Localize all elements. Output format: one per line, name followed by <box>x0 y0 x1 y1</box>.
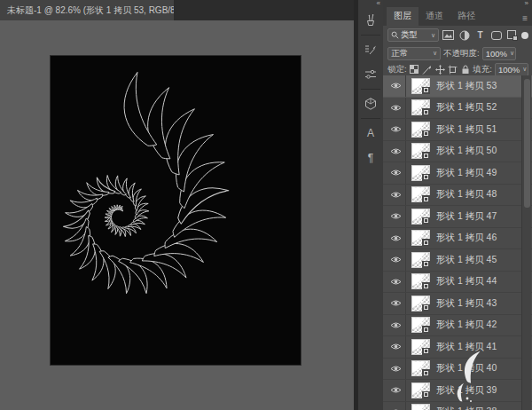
blend-mode-value: 正常 <box>391 48 408 59</box>
layer-row[interactable]: 形状 1 拷贝 53 <box>383 75 532 98</box>
tab-channels[interactable]: 通道 <box>419 7 450 26</box>
layer-thumbnail[interactable] <box>411 78 430 94</box>
layer-thumbnail[interactable] <box>411 339 430 355</box>
visibility-toggle[interactable] <box>387 119 406 140</box>
layers-scrollbar[interactable] <box>521 75 531 410</box>
layer-thumbnail[interactable] <box>411 186 430 202</box>
visibility-toggle[interactable] <box>387 228 406 249</box>
character-panel-button[interactable]: A <box>360 122 381 144</box>
eye-icon <box>390 365 402 373</box>
layer-thumbnail[interactable] <box>411 230 430 246</box>
layer-row[interactable]: 形状 1 拷贝 45 <box>383 249 532 272</box>
layer-thumbnail[interactable] <box>411 165 430 181</box>
dock-separator <box>361 118 380 119</box>
paragraph-panel-button[interactable]: ¶ <box>360 147 381 169</box>
layer-row[interactable]: 形状 1 拷贝 41 <box>383 336 532 359</box>
brushes-icon <box>364 13 378 28</box>
properties-panel-button[interactable] <box>360 64 381 85</box>
filter-pixel-layers-button[interactable] <box>442 28 455 42</box>
canvas[interactable] <box>51 56 301 365</box>
layer-row[interactable]: 形状 1 拷贝 39 <box>383 380 532 402</box>
layer-thumbnail[interactable] <box>411 99 430 115</box>
shape-layer-badge <box>422 239 430 246</box>
layer-row[interactable]: 形状 1 拷贝 52 <box>383 98 532 120</box>
layer-thumbnail[interactable] <box>411 404 430 410</box>
visibility-toggle[interactable] <box>387 359 406 380</box>
layer-thumbnail[interactable] <box>411 360 430 376</box>
layers-panel: » 图层 通道 路径 ≡ 类型 ∨ <box>383 0 532 410</box>
visibility-toggle[interactable] <box>387 336 406 358</box>
eye-icon <box>390 321 402 329</box>
visibility-toggle[interactable] <box>387 75 406 97</box>
document-tab[interactable]: 未标题-1 @ 82.6% (形状 1 拷贝 53, RGB/8#) * × <box>0 0 174 20</box>
visibility-toggle[interactable] <box>387 141 406 162</box>
visibility-toggle[interactable] <box>387 249 406 271</box>
filter-kind-dropdown[interactable]: 类型 ∨ <box>387 28 439 42</box>
visibility-toggle[interactable] <box>387 98 406 119</box>
brush-settings-panel-button[interactable] <box>360 39 381 60</box>
scrollbar-thumb[interactable] <box>524 79 530 208</box>
tab-layers[interactable]: 图层 <box>387 7 419 26</box>
layer-thumbnail[interactable] <box>411 143 430 159</box>
filter-toggle-icon[interactable] <box>521 32 528 39</box>
shape-layer-badge <box>422 282 430 289</box>
layer-thumbnail[interactable] <box>411 273 430 289</box>
visibility-toggle[interactable] <box>387 402 406 410</box>
lock-image-pixels-button[interactable] <box>422 64 432 75</box>
blend-mode-dropdown[interactable]: 正常 ∨ <box>387 47 441 60</box>
type-layers-icon: T <box>477 31 482 40</box>
opacity-dropdown[interactable]: 100% ∨ <box>482 47 516 60</box>
layer-name: 形状 1 拷贝 47 <box>436 210 497 223</box>
filter-smart-objects-button[interactable] <box>505 28 519 42</box>
lock-all-button[interactable] <box>460 64 470 75</box>
visibility-toggle[interactable] <box>387 206 406 227</box>
lock-icon <box>461 65 470 75</box>
layer-row[interactable]: 形状 1 拷贝 46 <box>383 228 532 250</box>
shape-layer-badge <box>422 326 430 333</box>
lock-label: 锁定: <box>387 64 407 75</box>
tab-paths[interactable]: 路径 <box>450 7 482 26</box>
chevron-down-icon: ∨ <box>428 32 435 39</box>
layer-name: 形状 1 拷贝 39 <box>436 384 497 397</box>
layer-row[interactable]: 形状 1 拷贝 51 <box>383 119 532 141</box>
sliders-icon <box>364 67 378 82</box>
layer-row[interactable]: 形状 1 拷贝 48 <box>383 185 532 207</box>
visibility-toggle[interactable] <box>387 315 406 336</box>
lock-artboard-button[interactable] <box>448 64 458 75</box>
layer-row[interactable]: 形状 1 拷贝 38 <box>383 402 532 410</box>
layer-thumbnail[interactable] <box>411 252 430 268</box>
brushes-panel-button[interactable] <box>360 10 381 31</box>
lock-transparent-pixels-button[interactable] <box>410 64 419 75</box>
layer-row[interactable]: 形状 1 拷贝 47 <box>383 206 532 228</box>
layer-thumbnail[interactable] <box>411 296 430 311</box>
expand-dock-icon[interactable]: « <box>358 0 383 8</box>
smart-objects-icon <box>507 30 518 41</box>
layer-row[interactable]: 形状 1 拷贝 40 <box>383 359 532 381</box>
filter-type-layers-button[interactable]: T <box>473 28 487 42</box>
layer-row[interactable]: 形状 1 拷贝 44 <box>383 272 532 294</box>
layer-name: 形状 1 拷贝 50 <box>436 145 497 157</box>
eye-icon <box>390 82 402 90</box>
layer-row[interactable]: 形状 1 拷贝 43 <box>383 293 532 315</box>
visibility-toggle[interactable] <box>387 272 406 293</box>
layer-thumbnail[interactable] <box>411 382 430 398</box>
panel-menu-icon[interactable]: ≡ <box>522 13 532 26</box>
fill-dropdown[interactable]: 100% ∨ <box>495 63 528 76</box>
layer-row[interactable]: 形状 1 拷贝 50 <box>383 141 532 163</box>
shape-layer-badge <box>422 152 430 159</box>
visibility-toggle[interactable] <box>387 185 406 206</box>
lock-position-button[interactable] <box>434 64 444 75</box>
filter-shape-layers-button[interactable] <box>489 28 503 42</box>
dock-separator <box>361 89 380 90</box>
layer-thumbnail[interactable] <box>411 209 430 225</box>
visibility-toggle[interactable] <box>387 162 406 184</box>
layer-thumbnail[interactable] <box>411 122 430 138</box>
filter-adjustment-layers-button[interactable] <box>458 28 471 42</box>
visibility-toggle[interactable] <box>387 293 406 314</box>
collapsed-panel-dock: « <box>358 0 383 410</box>
layer-thumbnail[interactable] <box>411 317 430 333</box>
visibility-toggle[interactable] <box>387 380 406 401</box>
3d-panel-button[interactable] <box>360 93 381 114</box>
layer-row[interactable]: 形状 1 拷贝 49 <box>383 162 532 185</box>
layer-row[interactable]: 形状 1 拷贝 42 <box>383 315 532 337</box>
